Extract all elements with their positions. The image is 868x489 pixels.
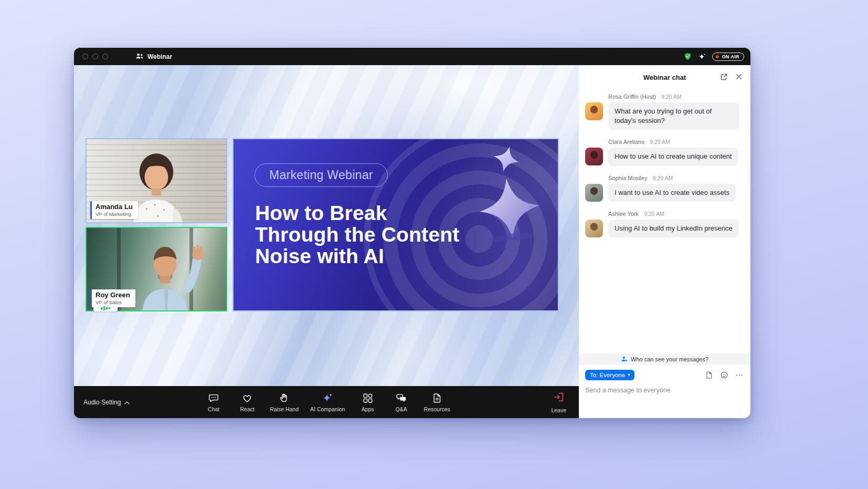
window-close-button[interactable]	[82, 54, 88, 59]
titlebar-status-group: ON AIR	[683, 52, 744, 61]
qa-button[interactable]: Q&A	[386, 392, 417, 412]
tool-label: Resources	[424, 406, 450, 412]
apps-grid-icon	[362, 392, 374, 404]
message-time: 9:20 AM	[650, 139, 670, 145]
chevron-up-icon	[124, 399, 130, 406]
ai-sparkle-icon[interactable]	[698, 53, 706, 61]
message-author: Rosa Griffin (Host)	[608, 93, 656, 100]
window-minimize-button[interactable]	[92, 54, 98, 59]
chat-message: Ashlee York 9:20 AM Using AI to build my…	[585, 211, 744, 237]
file-icon[interactable]	[705, 371, 713, 379]
speaker-name: Amanda Lu	[96, 203, 133, 211]
shared-slide: Marketing Webinar How to Break Through t…	[232, 138, 559, 311]
on-air-badge: ON AIR	[712, 53, 744, 61]
tool-label: Leave	[551, 407, 566, 413]
speaker-name: Roy Green	[96, 291, 130, 299]
chat-button[interactable]: Chat	[198, 392, 229, 412]
privacy-note-label: Who can see your messages?	[631, 356, 708, 362]
audio-setting-label: Audio Setting	[83, 399, 121, 406]
audio-level-indicator	[93, 305, 118, 311]
message-author: Sophia Mosiley	[608, 175, 648, 181]
app-title-group: Webinar	[135, 53, 172, 61]
speaker-role: VP of Sales	[96, 299, 130, 305]
avatar	[585, 102, 603, 120]
slide-star-decoration	[475, 174, 544, 243]
security-shield-icon[interactable]	[683, 52, 692, 61]
composer-actions: ⋯	[705, 371, 743, 379]
speaker-nametag: Roy Green VP of Sales	[90, 289, 135, 307]
message-time: 9:20 AM	[661, 93, 682, 100]
message-time: 9:20 AM	[644, 211, 664, 217]
webinar-window: Webinar ON AIR	[74, 48, 750, 418]
avatar	[585, 184, 603, 202]
chat-header: Webinar chat	[579, 65, 750, 89]
message-author: Ashlee York	[608, 211, 639, 217]
leave-door-icon	[553, 391, 565, 405]
chat-bubble-icon	[208, 392, 219, 404]
chat-message: Rosa Griffin (Host) 9:20 AM What are you…	[585, 93, 744, 130]
slide-heading: How to Break Through the Content Noise w…	[255, 202, 459, 267]
message-bubble: Using AI to build my LinkedIn presence	[608, 220, 739, 237]
video-stage: Amanda Lu VP of Marketing	[74, 65, 579, 386]
message-bubble: What are you trying to get out of today'…	[608, 102, 739, 130]
speaker-nametag: Amanda Lu VP of Marketing	[90, 201, 138, 219]
chevron-down-icon: ▾	[628, 373, 630, 377]
emoji-icon[interactable]	[720, 371, 728, 379]
message-author: Clara Arellano	[608, 139, 644, 145]
speaker-role: VP of Marketing	[96, 211, 133, 217]
close-icon[interactable]	[735, 72, 743, 81]
chat-message: Clara Arellano 9:20 AM How to use AI to …	[585, 139, 744, 165]
ai-sparkle-icon	[322, 392, 333, 404]
qa-bubbles-icon	[396, 392, 407, 404]
meeting-toolbar: Audio Setting Chat	[74, 386, 579, 418]
ai-companion-button[interactable]: AI Companion	[305, 392, 350, 412]
pop-out-icon[interactable]	[719, 72, 728, 81]
tool-label: AI Companion	[310, 406, 345, 412]
on-air-dot	[716, 55, 719, 58]
window-controls	[82, 54, 108, 59]
tool-label: Apps	[362, 406, 374, 412]
recipient-label: To: Everyone	[590, 372, 625, 378]
heart-icon	[241, 392, 253, 404]
chat-message-list[interactable]: Rosa Griffin (Host) 9:20 AM What are you…	[579, 89, 750, 353]
people-icon	[135, 53, 144, 61]
avatar	[585, 148, 603, 165]
slide-tag-pill: Marketing Webinar	[255, 163, 388, 187]
speaker-tile-roy[interactable]: Roy Green VP of Sales	[86, 227, 227, 311]
toolbar-center-group: Chat React Raise Hand	[198, 392, 455, 412]
tool-label: Q&A	[396, 406, 407, 412]
audio-setting-button[interactable]: Audio Setting	[83, 399, 130, 406]
recipient-selector[interactable]: To: Everyone ▾	[585, 370, 634, 380]
tool-label: Raise Hand	[270, 406, 299, 412]
person-icon	[621, 356, 628, 363]
raised-hand-icon	[279, 392, 290, 404]
slide-heading-line: Noise with AI	[255, 245, 459, 267]
desktop-background: Webinar ON AIR	[0, 0, 868, 489]
more-options-icon[interactable]: ⋯	[735, 372, 743, 378]
document-icon	[431, 392, 443, 404]
chat-footer: Who can see your messages? To: Everyone …	[579, 353, 750, 418]
message-bubble: How to use AI to create unique content	[608, 148, 738, 165]
window-zoom-button[interactable]	[102, 54, 108, 59]
window-title: Webinar	[147, 53, 172, 60]
raise-hand-button[interactable]: Raise Hand	[265, 392, 303, 412]
privacy-note[interactable]: Who can see your messages?	[579, 353, 750, 365]
react-button[interactable]: React	[231, 392, 263, 412]
on-air-label: ON AIR	[722, 54, 739, 59]
resources-button[interactable]: Resources	[419, 392, 455, 412]
leave-button[interactable]: Leave	[551, 391, 566, 413]
avatar	[585, 220, 603, 237]
tool-label: Chat	[208, 406, 219, 412]
chat-panel: Webinar chat Rosa Griffin (Host)	[579, 65, 750, 418]
message-bubble: I want to use AI to create video assets	[608, 184, 736, 202]
tool-label: React	[240, 406, 254, 412]
speaker-tile-amanda[interactable]: Amanda Lu VP of Marketing	[86, 138, 227, 223]
slide-heading-line: How to Break	[255, 202, 459, 224]
message-input[interactable]: Send a message to everyone	[579, 380, 750, 418]
chat-message: Sophia Mosiley 9:20 AM I want to use AI …	[585, 175, 744, 202]
window-titlebar: Webinar ON AIR	[74, 48, 750, 65]
apps-button[interactable]: Apps	[352, 392, 384, 412]
message-time: 9:20 AM	[653, 175, 673, 181]
slide-heading-line: Through the Content	[255, 224, 459, 245]
